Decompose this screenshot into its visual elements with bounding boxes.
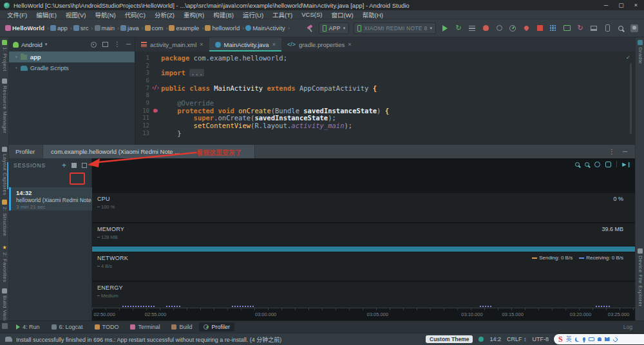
profile-button[interactable] bbox=[508, 24, 517, 33]
menu-item-help[interactable]: 帮助(H) bbox=[358, 10, 388, 19]
tab-gradle-properties[interactable]: </> gradle.properties × bbox=[281, 37, 357, 51]
apply-code-changes-button[interactable] bbox=[468, 24, 477, 33]
more-options-icon[interactable]: ⋮ bbox=[114, 41, 120, 48]
toolbox-icon[interactable] bbox=[612, 336, 618, 342]
menu-item-vcs[interactable]: VCS(S) bbox=[297, 11, 327, 18]
breadcrumb-item[interactable]: HelloWorld bbox=[12, 24, 44, 32]
menu-item-navigate[interactable]: 导航(N) bbox=[90, 10, 120, 19]
menu-item-code[interactable]: 代码(C) bbox=[120, 10, 150, 19]
code-editor[interactable]: 1package com.example.helloworld; 2 3impo… bbox=[135, 51, 635, 145]
close-button[interactable]: × bbox=[634, 2, 638, 8]
expand-arrow-icon[interactable]: › bbox=[15, 65, 17, 71]
maximize-button[interactable]: ▢ bbox=[618, 2, 624, 8]
session-entry[interactable]: 14:32 helloworld (Xiaomi Redmi Note 8. 3… bbox=[9, 187, 92, 210]
breadcrumb-item[interactable]: main bbox=[102, 24, 115, 32]
layout-inspector-button[interactable] bbox=[549, 24, 558, 33]
theme-widget[interactable]: Custom Theme bbox=[426, 335, 473, 343]
toolwindow-gradle[interactable]: Gradle bbox=[636, 40, 644, 64]
toolwindow-switcher-icon[interactable] bbox=[2, 323, 8, 329]
toolwindow-run[interactable]: 4: Run bbox=[12, 322, 44, 331]
run-button[interactable] bbox=[440, 24, 450, 33]
hide-panel-icon[interactable]: ─ bbox=[623, 148, 627, 155]
breadcrumb-item[interactable]: example bbox=[176, 24, 199, 32]
timeline-axis[interactable]: 02:50.000 02:55.000 03:00.000 03:05.000 … bbox=[92, 308, 635, 321]
tab-activity-main-xml[interactable]: activity_main.xml × bbox=[135, 37, 209, 51]
class-gutter-icon[interactable]: ‹/› bbox=[151, 85, 158, 91]
toolwindow-terminal[interactable]: Terminal bbox=[126, 322, 164, 331]
run-config-select[interactable]: APP ▾ bbox=[319, 23, 349, 34]
menu-item-edit[interactable]: 编辑(E) bbox=[32, 10, 61, 19]
split-panel-icon[interactable] bbox=[102, 42, 108, 47]
language-mode-icon[interactable]: 英 bbox=[566, 337, 572, 342]
toolwindow-device-file-explorer[interactable]: Device File Explorer bbox=[636, 248, 644, 307]
toolwindow-build[interactable]: Build bbox=[167, 322, 196, 331]
menu-item-build[interactable]: 构建(B) bbox=[209, 10, 238, 19]
breadcrumb-item[interactable]: helloworld bbox=[212, 24, 240, 32]
tree-item-gradle-scripts[interactable]: › Gradle Scripts bbox=[9, 62, 135, 73]
zoom-in-icon[interactable] bbox=[585, 162, 589, 167]
line-separator[interactable]: CRLF ↕ bbox=[507, 336, 527, 342]
new-session-button[interactable]: + bbox=[62, 162, 66, 169]
breadcrumb-item[interactable]: com bbox=[152, 24, 164, 32]
skin-icon[interactable] bbox=[605, 337, 610, 341]
apply-changes-button[interactable]: ↻ bbox=[454, 24, 463, 33]
toolwindow-logcat[interactable]: 6: Logcat bbox=[47, 322, 88, 331]
device-select[interactable]: XIAOMI REDMI NOTE 8 ▾ bbox=[354, 23, 436, 34]
menu-item-refactor[interactable]: 重构(R) bbox=[179, 10, 209, 19]
coverage-button[interactable] bbox=[495, 24, 504, 33]
debug-button[interactable] bbox=[481, 24, 490, 33]
settings-gear-icon[interactable] bbox=[91, 42, 97, 48]
minimize-button[interactable]: ─ bbox=[604, 2, 608, 8]
stop-session-button[interactable] bbox=[71, 163, 77, 168]
avd-manager-button[interactable] bbox=[603, 24, 612, 33]
profile-avatar-button[interactable] bbox=[630, 24, 639, 33]
file-encoding[interactable]: UTF-8 bbox=[533, 336, 549, 342]
breadcrumb-item[interactable]: java bbox=[128, 24, 138, 32]
project-view-selector[interactable]: Android bbox=[21, 41, 43, 48]
attach-debugger-button[interactable] bbox=[522, 24, 531, 33]
breadcrumb-item[interactable]: MainActivity bbox=[252, 24, 285, 32]
soft-keyboard-icon[interactable] bbox=[589, 337, 594, 341]
override-gutter-icon[interactable] bbox=[153, 109, 157, 113]
memory-row[interactable]: MEMORY 128 MB 39.6 MB bbox=[92, 223, 635, 246]
expand-arrow-icon[interactable]: › bbox=[15, 54, 17, 60]
toolwindow-profiler[interactable]: Profiler bbox=[199, 322, 234, 331]
build-hammer-icon[interactable] bbox=[307, 24, 314, 32]
toolwindow-resource-manager[interactable]: Resource Manager bbox=[0, 79, 9, 133]
fullwidth-moon-icon[interactable] bbox=[575, 337, 580, 342]
logcat-monitor-button[interactable] bbox=[562, 24, 571, 33]
tab-mainactivity-java[interactable]: MainActivity.java × bbox=[209, 37, 281, 51]
toolwindow-favorites[interactable]: ★2: Favorites bbox=[0, 245, 9, 283]
reset-zoom-icon[interactable] bbox=[594, 162, 600, 167]
network-row[interactable]: NETWORK 4 B/s Sending: 0 B/s Receiving: … bbox=[92, 252, 635, 281]
stop-button[interactable] bbox=[535, 24, 544, 33]
inspection-ok-icon[interactable]: ✓ bbox=[627, 54, 630, 61]
close-icon[interactable]: × bbox=[348, 41, 351, 48]
close-icon[interactable]: × bbox=[200, 41, 203, 48]
toolwindow-structure[interactable]: 2: Structure bbox=[0, 200, 9, 236]
zoom-out-icon[interactable] bbox=[575, 162, 580, 167]
search-everywhere-button[interactable] bbox=[616, 24, 625, 33]
go-live-button[interactable]: ▶❙ bbox=[622, 162, 631, 167]
end-session-button[interactable] bbox=[82, 163, 87, 168]
energy-row[interactable]: ENERGY Medium bbox=[92, 282, 635, 308]
sdk-manager-button[interactable] bbox=[589, 24, 598, 33]
menu-item-tools[interactable]: 工具(T) bbox=[268, 10, 297, 19]
menu-item-file[interactable]: 文件(F) bbox=[3, 10, 32, 19]
cpu-row[interactable]: CPU 100 % 0 % bbox=[92, 193, 635, 222]
gradle-sync-button[interactable]: ↻ bbox=[576, 24, 585, 33]
toolwindow-project[interactable]: 1: Project bbox=[0, 40, 9, 71]
voice-input-icon[interactable] bbox=[583, 337, 585, 341]
menu-item-window[interactable]: 窗口(W) bbox=[327, 10, 357, 19]
breadcrumb-item[interactable]: app bbox=[57, 24, 68, 32]
hide-panel-icon[interactable]: ─ bbox=[126, 41, 131, 48]
event-log-label[interactable]: Log bbox=[623, 324, 644, 330]
editor-scrollbar[interactable] bbox=[630, 63, 632, 134]
more-options-icon[interactable]: ⋮ bbox=[609, 148, 615, 155]
menu-item-run[interactable]: 运行(U) bbox=[238, 10, 268, 19]
menu-item-view[interactable]: 视图(V) bbox=[61, 10, 91, 19]
sogou-logo[interactable]: S bbox=[558, 335, 563, 343]
account-icon[interactable] bbox=[598, 337, 601, 341]
caret-position[interactable]: 14:2 bbox=[489, 336, 501, 342]
close-icon[interactable]: × bbox=[272, 41, 276, 48]
